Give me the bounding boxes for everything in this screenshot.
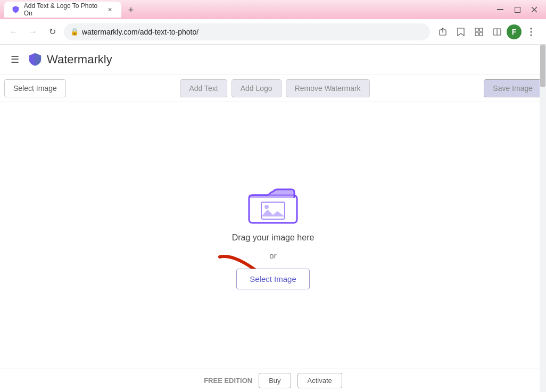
reload-btn[interactable]: ↻ <box>45 24 60 39</box>
remove-watermark-btn[interactable]: Remove Watermark <box>286 79 370 97</box>
split-screen-icon[interactable] <box>489 23 506 40</box>
new-tab-btn[interactable]: + <box>123 3 138 18</box>
back-btn[interactable]: ← <box>6 24 21 39</box>
svg-rect-1 <box>515 7 520 12</box>
scrollbar-thumb[interactable] <box>540 45 545 87</box>
svg-point-12 <box>531 34 532 36</box>
share-icon[interactable] <box>434 23 451 40</box>
svg-point-10 <box>531 28 532 29</box>
svg-rect-7 <box>479 32 483 36</box>
browser-window: Add Text & Logo To Photo On ✕ + ← → ↻ 🔒 … <box>0 0 546 392</box>
hamburger-menu[interactable]: ☰ <box>9 52 21 68</box>
add-logo-btn[interactable]: Add Logo <box>231 79 282 97</box>
svg-rect-0 <box>497 9 503 10</box>
site-logo: Watermarkly <box>28 52 112 67</box>
svg-rect-5 <box>479 28 483 31</box>
activate-btn[interactable]: Activate <box>297 373 342 388</box>
title-bar: Add Text & Logo To Photo On ✕ + <box>0 0 546 19</box>
drag-text: Drag your image here <box>232 233 315 243</box>
page-content: ☰ Watermarkly Select Image Add Text Add … <box>0 45 546 392</box>
folder-icon <box>246 182 300 224</box>
tab-favicon <box>12 5 20 14</box>
menu-icon[interactable] <box>523 23 540 40</box>
tab-title: Add Text & Logo To Photo On <box>24 2 102 17</box>
tab-close-btn[interactable]: ✕ <box>106 5 114 14</box>
browser-toolbar-icons: F <box>434 23 540 40</box>
select-image-toolbar-btn[interactable]: Select Image <box>4 79 66 97</box>
profile-avatar[interactable]: F <box>507 24 522 39</box>
url-text: watermarkly.com/add-text-to-photo/ <box>82 28 424 36</box>
close-btn[interactable] <box>527 2 542 17</box>
bookmark-icon[interactable] <box>452 23 469 40</box>
logo-shield-icon <box>28 52 43 67</box>
svg-point-15 <box>264 205 269 209</box>
free-edition-label: FREE EDITION <box>204 377 252 385</box>
tab-bar: Add Text & Logo To Photo On ✕ + <box>4 2 491 18</box>
active-tab[interactable]: Add Text & Logo To Photo On ✕ <box>4 2 121 18</box>
address-bar: ← → ↻ 🔒 watermarkly.com/add-text-to-phot… <box>0 19 546 45</box>
svg-point-11 <box>531 31 532 32</box>
site-logo-text: Watermarkly <box>47 53 112 66</box>
buy-btn[interactable]: Buy <box>259 373 291 388</box>
footer: FREE EDITION Buy Activate <box>0 369 546 392</box>
svg-rect-4 <box>475 28 478 31</box>
select-image-main-btn[interactable]: Select Image <box>236 269 310 289</box>
upload-area[interactable]: Drag your image here or Select Image <box>0 102 546 369</box>
window-controls <box>493 2 542 17</box>
extensions-icon[interactable] <box>470 23 487 40</box>
lock-icon: 🔒 <box>70 28 79 36</box>
app-toolbar: Select Image Add Text Add Logo Remove Wa… <box>0 74 546 102</box>
svg-rect-6 <box>475 32 478 36</box>
url-bar[interactable]: 🔒 watermarkly.com/add-text-to-photo/ <box>64 23 430 40</box>
minimize-btn[interactable] <box>493 2 508 17</box>
save-image-btn[interactable]: Save Image <box>484 79 542 97</box>
add-text-btn[interactable]: Add Text <box>180 79 227 97</box>
forward-btn[interactable]: → <box>26 24 40 39</box>
svg-rect-14 <box>261 202 285 219</box>
site-header: ☰ Watermarkly <box>0 45 546 74</box>
restore-btn[interactable] <box>510 2 525 17</box>
